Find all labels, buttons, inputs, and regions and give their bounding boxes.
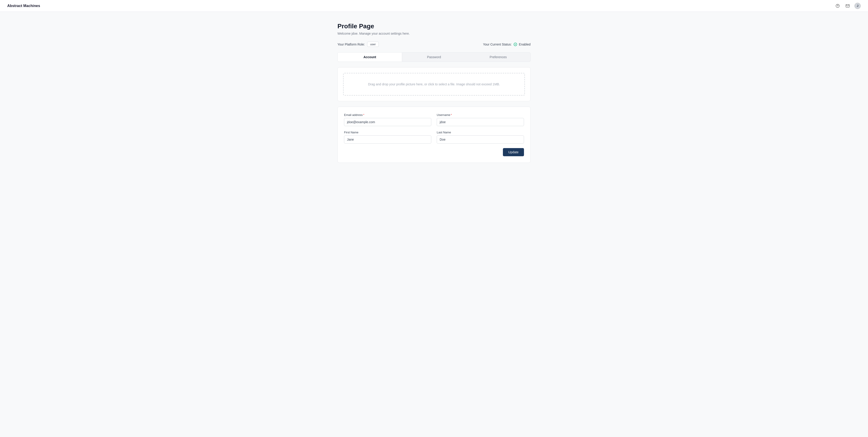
upload-card: Drag and drop your profile picture here,…: [337, 67, 531, 101]
role-label: Your Platform Role:: [337, 42, 365, 46]
form-actions: Update: [344, 148, 524, 156]
role-badge: user: [367, 42, 379, 47]
username-input[interactable]: [437, 118, 524, 126]
enabled-icon: [514, 42, 517, 46]
username-label: Username*: [437, 113, 524, 116]
email-required: *: [363, 113, 364, 116]
page-subtitle: Welcome jdoe. Manage your account settin…: [337, 32, 531, 35]
page-title: Profile Page: [337, 23, 531, 30]
lastname-label: Last Name: [437, 131, 524, 134]
form-row-names: First Name Last Name: [344, 131, 524, 143]
upload-zone[interactable]: Drag and drop your profile picture here,…: [343, 73, 525, 96]
username-group: Username*: [437, 113, 524, 126]
firstname-label: First Name: [344, 131, 431, 134]
status-section: Your Current Status: Enabled: [483, 42, 531, 46]
navbar-icons: J: [834, 3, 861, 9]
lastname-input[interactable]: [437, 135, 524, 143]
tab-account[interactable]: Account: [338, 53, 402, 62]
user-avatar[interactable]: J: [855, 3, 861, 9]
status-label: Your Current Status:: [483, 42, 512, 46]
status-value: Enabled: [519, 42, 531, 46]
username-required: *: [451, 113, 452, 116]
lastname-group: Last Name: [437, 131, 524, 143]
email-input[interactable]: [344, 118, 431, 126]
upload-hint: Drag and drop your profile picture here,…: [368, 82, 500, 86]
tab-preferences[interactable]: Preferences: [466, 53, 530, 62]
help-icon[interactable]: [834, 3, 841, 9]
brand-logo: Abstract Machines: [7, 4, 40, 8]
meta-row: Your Platform Role: user Your Current St…: [337, 42, 531, 47]
main-content: Profile Page Welcome jdoe. Manage your a…: [332, 12, 536, 174]
form-row-email-username: Email address* Username*: [344, 113, 524, 126]
firstname-input[interactable]: [344, 135, 431, 143]
email-group: Email address*: [344, 113, 431, 126]
navbar: Abstract Machines J: [0, 0, 868, 12]
mail-icon[interactable]: [844, 3, 851, 9]
email-label: Email address*: [344, 113, 431, 116]
role-section: Your Platform Role: user: [337, 42, 379, 47]
tab-password[interactable]: Password: [402, 53, 466, 62]
update-button[interactable]: Update: [503, 148, 524, 156]
form-card: Email address* Username* First Name Last…: [337, 107, 531, 163]
tab-bar: Account Password Preferences: [337, 52, 531, 62]
firstname-group: First Name: [344, 131, 431, 143]
